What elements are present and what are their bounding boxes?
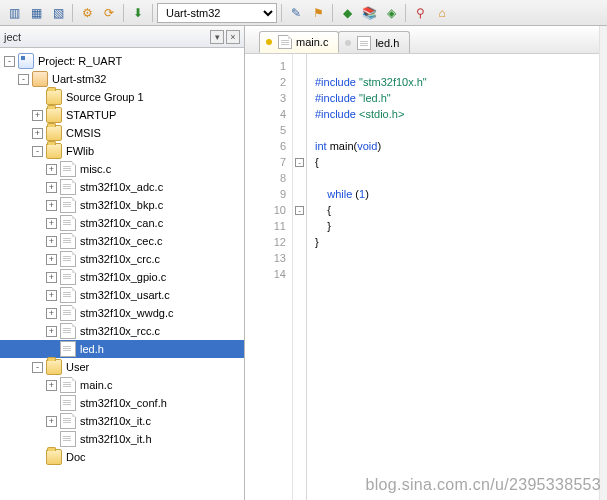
expand-icon[interactable]: +: [46, 272, 57, 283]
tree-label: stm32f10x_rcc.c: [80, 325, 160, 337]
tree-label: STARTUP: [66, 109, 116, 121]
code-editor[interactable]: 1234567891011121314 -- #include "stm32f1…: [245, 54, 599, 500]
expand-icon[interactable]: +: [32, 110, 43, 121]
tree-node[interactable]: +stm32f10x_rcc.c: [0, 322, 244, 340]
tree-node[interactable]: +stm32f10x_bkp.c: [0, 196, 244, 214]
ico-folder-icon: [46, 89, 62, 105]
tool-batch-icon[interactable]: ▧: [48, 3, 68, 23]
expand-icon[interactable]: +: [46, 236, 57, 247]
tree-node[interactable]: stm32f10x_conf.h: [0, 394, 244, 412]
code-line[interactable]: [315, 266, 599, 282]
tool-new-icon[interactable]: ▥: [4, 3, 24, 23]
code-line[interactable]: int main(void): [315, 138, 599, 154]
tree-label: stm32f10x_bkp.c: [80, 199, 163, 211]
tree-label: Project: R_UART: [38, 55, 122, 67]
expand-icon[interactable]: +: [46, 200, 57, 211]
tree-node[interactable]: led.h: [0, 340, 244, 358]
ico-cfile-icon: [60, 161, 76, 177]
code-line[interactable]: [315, 122, 599, 138]
tool-manage-icon[interactable]: ◆: [337, 3, 357, 23]
expand-icon[interactable]: +: [46, 182, 57, 193]
tree-node[interactable]: +stm32f10x_adc.c: [0, 178, 244, 196]
tree-node[interactable]: -Uart-stm32: [0, 70, 244, 88]
tree-node[interactable]: +stm32f10x_usart.c: [0, 286, 244, 304]
tool-books-icon[interactable]: 📚: [359, 3, 379, 23]
expand-icon[interactable]: +: [46, 416, 57, 427]
expand-icon[interactable]: +: [46, 326, 57, 337]
tool-debug-icon[interactable]: ⌂: [432, 3, 452, 23]
tree-label: stm32f10x_it.h: [80, 433, 152, 445]
ico-cfile-icon: [60, 215, 76, 231]
code-line[interactable]: {: [315, 202, 599, 218]
editor-tabbar: main.cled.h: [245, 26, 599, 54]
tree-node[interactable]: +stm32f10x_can.c: [0, 214, 244, 232]
scrollbar-vertical[interactable]: [599, 26, 607, 500]
code-area[interactable]: #include "stm32f10x.h"#include "led.h"#i…: [307, 54, 599, 500]
tree-node[interactable]: +main.c: [0, 376, 244, 394]
tree-node[interactable]: +CMSIS: [0, 124, 244, 142]
expand-icon[interactable]: -: [4, 56, 15, 67]
tree-node[interactable]: -User: [0, 358, 244, 376]
project-tree[interactable]: -Project: R_UART-Uart-stm32Source Group …: [0, 48, 244, 500]
tree-node[interactable]: -FWlib: [0, 142, 244, 160]
code-line[interactable]: }: [315, 234, 599, 250]
close-icon[interactable]: ×: [226, 30, 240, 44]
tree-label: CMSIS: [66, 127, 101, 139]
tree-node[interactable]: +stm32f10x_wwdg.c: [0, 304, 244, 322]
expand-icon[interactable]: +: [32, 128, 43, 139]
tool-download-icon[interactable]: ⬇: [128, 3, 148, 23]
code-line[interactable]: #include <stdio.h>: [315, 106, 599, 122]
expand-icon[interactable]: -: [18, 74, 29, 85]
expand-icon[interactable]: +: [46, 308, 57, 319]
code-line[interactable]: [315, 250, 599, 266]
fold-gutter[interactable]: --: [293, 54, 307, 500]
tree-node[interactable]: -Project: R_UART: [0, 52, 244, 70]
tool-rebuild-icon[interactable]: ⟳: [99, 3, 119, 23]
tool-target-icon[interactable]: ⚑: [308, 3, 328, 23]
fold-icon[interactable]: -: [295, 206, 304, 215]
expand-icon[interactable]: -: [32, 362, 43, 373]
expand-icon[interactable]: +: [46, 254, 57, 265]
file-icon: [357, 36, 371, 50]
tree-node[interactable]: Source Group 1: [0, 88, 244, 106]
code-line[interactable]: }: [315, 218, 599, 234]
tool-build-icon[interactable]: ⚙: [77, 3, 97, 23]
code-line[interactable]: {: [315, 154, 599, 170]
tool-options-icon[interactable]: ✎: [286, 3, 306, 23]
tree-node[interactable]: stm32f10x_it.h: [0, 430, 244, 448]
code-line[interactable]: [315, 170, 599, 186]
editor-tab[interactable]: led.h: [338, 31, 410, 53]
tree-node[interactable]: +stm32f10x_crc.c: [0, 250, 244, 268]
fold-icon[interactable]: -: [295, 158, 304, 167]
main-toolbar: ▥ ▦ ▧ ⚙ ⟳ ⬇ Uart-stm32 ✎ ⚑ ◆ 📚 ◈ ⚲ ⌂: [0, 0, 607, 26]
code-line[interactable]: while (1): [315, 186, 599, 202]
tool-pack-icon[interactable]: ◈: [381, 3, 401, 23]
code-line[interactable]: [315, 58, 599, 74]
line-gutter: 1234567891011121314: [245, 54, 293, 500]
tool-multi-icon[interactable]: ▦: [26, 3, 46, 23]
expand-icon[interactable]: +: [46, 164, 57, 175]
tool-link-icon[interactable]: ⚲: [410, 3, 430, 23]
tree-node[interactable]: +STARTUP: [0, 106, 244, 124]
tree-label: stm32f10x_it.c: [80, 415, 151, 427]
tree-node[interactable]: +stm32f10x_it.c: [0, 412, 244, 430]
tree-node[interactable]: +stm32f10x_cec.c: [0, 232, 244, 250]
ico-cfile-icon: [60, 287, 76, 303]
tab-label: main.c: [296, 36, 328, 48]
expand-icon[interactable]: -: [32, 146, 43, 157]
code-line[interactable]: #include "led.h": [315, 90, 599, 106]
ico-cfile-icon: [60, 377, 76, 393]
tree-label: stm32f10x_conf.h: [80, 397, 167, 409]
tree-label: stm32f10x_wwdg.c: [80, 307, 174, 319]
target-select[interactable]: Uart-stm32: [157, 3, 277, 23]
expand-icon[interactable]: +: [46, 380, 57, 391]
code-line[interactable]: #include "stm32f10x.h": [315, 74, 599, 90]
expand-icon[interactable]: +: [46, 218, 57, 229]
tree-node[interactable]: +stm32f10x_gpio.c: [0, 268, 244, 286]
tree-label: stm32f10x_crc.c: [80, 253, 160, 265]
pin-icon[interactable]: ▾: [210, 30, 224, 44]
tree-node[interactable]: +misc.c: [0, 160, 244, 178]
tree-node[interactable]: Doc: [0, 448, 244, 466]
expand-icon[interactable]: +: [46, 290, 57, 301]
editor-tab[interactable]: main.c: [259, 31, 339, 53]
